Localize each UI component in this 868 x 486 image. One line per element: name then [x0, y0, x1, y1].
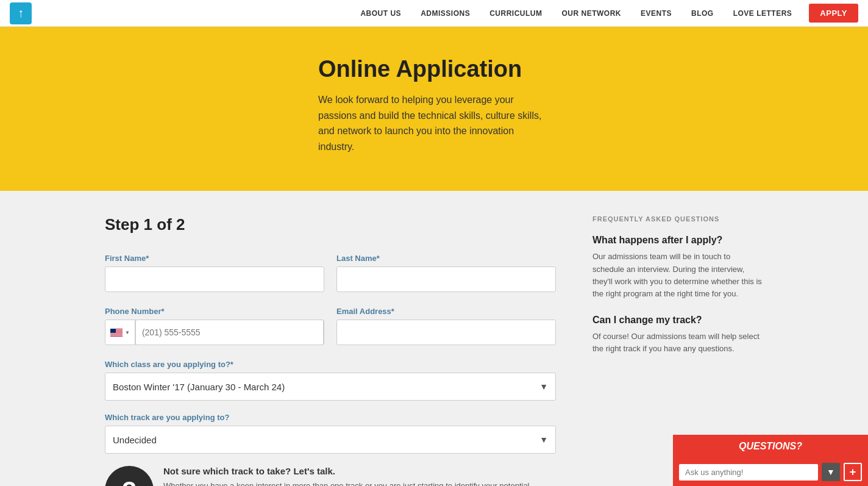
track-group: Which track are you applying to? Undecid… — [105, 413, 556, 454]
nav-blog[interactable]: BLOG — [681, 0, 724, 27]
track-label: Which track are you applying to? — [105, 413, 556, 422]
last-name-label: Last Name* — [336, 254, 556, 263]
chat-questions-button[interactable]: QUESTIONS? — [673, 435, 868, 458]
nav-about-us[interactable]: ABOUT US — [350, 0, 411, 27]
hero-title: Online Application — [318, 56, 550, 82]
nav-links: ABOUT US ADMISSIONS CURRICULUM OUR NETWO… — [350, 0, 858, 27]
flag-caret-icon: ▼ — [125, 330, 130, 335]
track-info-box: ? Not sure which track to take? Let's ta… — [105, 466, 556, 486]
email-input[interactable] — [336, 320, 556, 345]
nav-curriculum[interactable]: CURRICULUM — [480, 0, 552, 27]
faq-item-2: Can I change my track? Of course! Our ad… — [592, 315, 763, 355]
phone-group: Phone Number* ▼ — [105, 307, 324, 345]
email-group: Email Address* — [336, 307, 556, 345]
phone-flag-selector[interactable]: ▼ — [105, 320, 135, 345]
chat-input-bar: ▼ + — [673, 458, 868, 486]
step-header: Step 1 of 2 — [105, 215, 556, 234]
phone-input[interactable] — [135, 320, 324, 345]
form-section: Step 1 of 2 First Name* Last Name* Phone… — [105, 215, 556, 486]
track-select[interactable]: Undecided Software Engineering Product M… — [105, 426, 555, 453]
faq-section-label: FREQUENTLY ASKED QUESTIONS — [592, 215, 763, 223]
chat-questions-label: QUESTIONS? — [739, 441, 802, 451]
question-mark-icon: ? — [122, 477, 137, 486]
phone-label: Phone Number* — [105, 307, 324, 316]
phone-input-wrapper: ▼ — [105, 320, 324, 345]
first-name-group: First Name* — [105, 254, 324, 292]
chat-send-button[interactable]: ▼ — [822, 463, 840, 481]
navbar: ↑ ABOUT US ADMISSIONS CURRICULUM OUR NET… — [0, 0, 868, 27]
name-row: First Name* Last Name* — [105, 254, 556, 292]
us-flag-icon — [110, 329, 123, 337]
track-info-body: Whether you have a keen interest in more… — [163, 480, 556, 486]
nav-apply-button[interactable]: APPLY — [809, 4, 858, 23]
site-logo[interactable]: ↑ — [10, 2, 32, 24]
email-label: Email Address* — [336, 307, 556, 316]
track-info-text: Not sure which track to take? Let's talk… — [163, 466, 556, 486]
chat-send-icon: ▼ — [827, 467, 835, 477]
class-label: Which class are you applying to?* — [105, 360, 556, 369]
first-name-label: First Name* — [105, 254, 324, 263]
first-name-input[interactable] — [105, 266, 324, 292]
nav-events[interactable]: EVENTS — [631, 0, 681, 27]
question-avatar: ? — [105, 466, 154, 486]
hero-subtitle: We look forward to helping you leverage … — [318, 92, 550, 154]
nav-love-letters[interactable]: LOVE LETTERS — [724, 0, 802, 27]
contact-row: Phone Number* ▼ Email Address* — [105, 307, 556, 345]
faq-answer-1: Our admissions team will be in touch to … — [592, 251, 763, 300]
faq-question-1: What happens after I apply? — [592, 235, 763, 246]
faq-item-1: What happens after I apply? Our admissio… — [592, 235, 763, 300]
class-select-wrapper: Boston Winter '17 (January 30 - March 24… — [105, 373, 556, 401]
chat-add-button[interactable]: + — [844, 463, 862, 481]
chat-add-icon: + — [850, 466, 856, 479]
last-name-group: Last Name* — [336, 254, 556, 292]
class-select[interactable]: Boston Winter '17 (January 30 - March 24… — [105, 373, 555, 400]
faq-answer-2: Of course! Our admissions team will help… — [592, 331, 763, 355]
hero-section: Online Application We look forward to he… — [0, 27, 868, 191]
chat-widget: QUESTIONS? ▼ + — [673, 435, 868, 486]
faq-question-2: Can I change my track? — [592, 315, 763, 326]
track-select-wrapper: Undecided Software Engineering Product M… — [105, 426, 556, 454]
class-group: Which class are you applying to?* Boston… — [105, 360, 556, 401]
chat-input[interactable] — [679, 464, 818, 481]
last-name-input[interactable] — [336, 266, 556, 292]
nav-admissions[interactable]: ADMISSIONS — [411, 0, 480, 27]
nav-our-network[interactable]: OUR NETWORK — [552, 0, 631, 27]
track-info-title: Not sure which track to take? Let's talk… — [163, 466, 556, 476]
